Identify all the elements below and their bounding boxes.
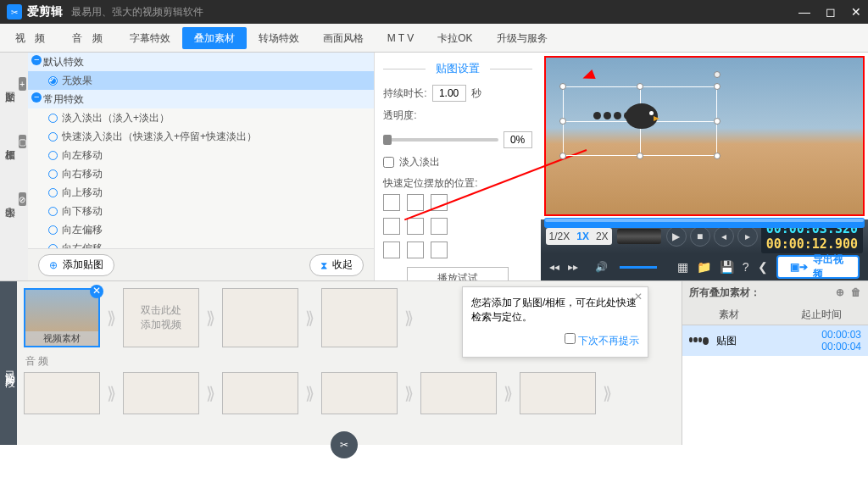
audio-clip-empty[interactable]	[123, 372, 199, 414]
pos-br[interactable]	[431, 242, 448, 258]
delete-material-icon[interactable]: 🗑	[851, 286, 861, 298]
settings-title: 贴图设置	[383, 61, 531, 76]
add-sticker-button[interactable]: +加贴图	[3, 59, 26, 108]
dont-show-checkbox[interactable]	[565, 333, 576, 344]
col-material: 素材	[682, 303, 776, 325]
remove-watermark-button[interactable]: ⊘去水印	[3, 175, 26, 224]
collapse-btn[interactable]: ⧗收起	[309, 254, 364, 276]
hint-tooltip: ✕ 您若添加了贴图/相框，可在此处快速检索与定位。 下次不再提示	[462, 286, 648, 358]
duration-input[interactable]	[432, 85, 466, 102]
timeline: 已添加片段 ✕视频素材 ⟫ 双击此处 添加视频 ⟫ ⟫ ⟫ 音 频 ⟫ ⟫ ⟫ …	[0, 280, 868, 445]
save-icon[interactable]: 💾	[720, 260, 734, 274]
share-icon[interactable]: ❮	[758, 260, 768, 274]
new-icon[interactable]: ▦	[677, 260, 688, 274]
opacity-slider[interactable]	[383, 138, 498, 142]
chevron-icon: ⟫	[305, 308, 314, 328]
sticker-settings: 贴图设置 持续时长:秒 透明度: 淡入淡出 快速定位摆放的位置: 播放试试	[375, 53, 540, 280]
position-grid	[383, 194, 531, 258]
tooltip-close-icon[interactable]: ✕	[634, 291, 643, 303]
effect-item[interactable]: 淡入淡出（淡入+淡出）	[28, 108, 374, 127]
help-icon[interactable]: ?	[743, 260, 749, 274]
frame-icon: ▢	[19, 135, 26, 148]
cut-button[interactable]: ✂	[331, 431, 358, 458]
tab-video[interactable]: 视 频	[3, 27, 60, 49]
material-name: 贴图	[716, 334, 737, 348]
volume-slider[interactable]	[620, 266, 657, 269]
opacity-value[interactable]	[504, 131, 532, 148]
effect-group-common[interactable]: 常用特效	[28, 90, 374, 108]
materials-panel: 所有叠加素材： ⊕ 🗑 素材起止时间 贴图 00:00:0300:00:04	[682, 281, 868, 445]
add-material-icon[interactable]: ⊕	[836, 286, 844, 298]
pos-bl[interactable]	[383, 242, 400, 258]
pos-mr[interactable]	[431, 218, 448, 235]
export-icon: ▣➔	[790, 261, 808, 273]
audio-clip-empty[interactable]	[222, 372, 298, 414]
opacity-label: 透明度:	[383, 108, 531, 123]
effect-item[interactable]: 向上移动	[28, 183, 374, 202]
fade-checkbox[interactable]	[383, 157, 394, 168]
tab-upgrade[interactable]: 升级与服务	[485, 27, 559, 49]
tab-style[interactable]: 画面风格	[311, 27, 376, 49]
clip-empty[interactable]: 双击此处 添加视频	[123, 288, 199, 347]
stop-button[interactable]: ■	[690, 226, 710, 247]
open-icon[interactable]: 📁	[697, 260, 711, 274]
material-row[interactable]: 贴图 00:00:0300:00:04	[682, 325, 868, 356]
audio-clip-empty[interactable]	[321, 372, 398, 414]
tab-karaoke[interactable]: 卡拉OK	[426, 27, 484, 49]
volume-icon[interactable]: 🔊	[595, 261, 608, 273]
close-handle-icon[interactable]	[714, 71, 721, 78]
tab-subtitle[interactable]: 字幕特效	[118, 27, 182, 49]
collapse-icon: ⧗	[320, 259, 327, 271]
clip-1[interactable]: ✕视频素材	[24, 288, 100, 347]
tab-mtv[interactable]: M T V	[376, 27, 426, 49]
pos-ml[interactable]	[383, 218, 400, 235]
effect-item[interactable]: 向左移动	[28, 146, 374, 164]
add-sticker-btn[interactable]: ⊕添加贴图	[38, 254, 114, 276]
effect-group-default[interactable]: 默认特效	[28, 53, 374, 71]
maximize-button[interactable]: ◻	[826, 5, 836, 19]
export-button[interactable]: ▣➔导出视频	[776, 255, 860, 279]
effect-item[interactable]: 向左偏移	[28, 220, 374, 239]
tooltip-text: 您若添加了贴图/相框，可在此处快速检索与定位。	[471, 296, 639, 325]
seek-bar[interactable]	[544, 218, 865, 228]
next-frame-button[interactable]: ▸	[737, 226, 758, 247]
minimize-button[interactable]: —	[798, 5, 810, 19]
effect-item[interactable]: 向下移动	[28, 202, 374, 220]
audio-clip-empty[interactable]	[420, 372, 497, 414]
delete-clip-icon[interactable]: ✕	[90, 285, 103, 298]
jog-wheel[interactable]	[617, 229, 661, 244]
clip-empty[interactable]	[222, 288, 298, 347]
close-button[interactable]: ✕	[851, 5, 861, 19]
prev-frame-button[interactable]: ◂	[714, 226, 734, 247]
forward-button[interactable]: ▸▸	[568, 261, 578, 273]
tab-transition[interactable]: 转场特效	[247, 27, 311, 49]
rewind-button[interactable]: ◂◂	[549, 261, 559, 273]
chevron-icon: ⟫	[504, 383, 513, 403]
bird-sticker[interactable]	[626, 103, 658, 129]
effect-item[interactable]: 向右移动	[28, 164, 374, 183]
audio-clip-empty[interactable]	[520, 372, 596, 414]
audio-clip-empty[interactable]	[24, 372, 100, 414]
effect-item-none[interactable]: 无效果	[28, 71, 374, 90]
timeline-tab: 已添加片段	[0, 281, 17, 445]
pos-bc[interactable]	[407, 242, 424, 258]
speed-toggle[interactable]: 1/2X1X2X	[546, 228, 612, 245]
preview-canvas[interactable]	[544, 56, 865, 216]
effect-item[interactable]: 向右偏移	[28, 239, 374, 248]
pos-tc[interactable]	[407, 194, 424, 211]
pos-mc[interactable]	[407, 218, 424, 235]
clip-empty[interactable]	[321, 288, 398, 347]
chevron-icon: ⟫	[206, 383, 215, 403]
chevron-icon: ⟫	[305, 383, 314, 403]
effects-panel: 默认特效 无效果 常用特效 淡入淡出（淡入+淡出） 快速淡入淡出（快速淡入+停留…	[28, 53, 375, 280]
total-time: 00:00:12.900	[766, 236, 858, 252]
add-frame-button[interactable]: ▢加相框	[3, 117, 26, 166]
plus-icon: +	[19, 77, 26, 91]
chevron-icon: ⟫	[404, 308, 414, 328]
play-button[interactable]: ▶	[666, 226, 687, 247]
effect-item[interactable]: 快速淡入淡出（快速淡入+停留+快速淡出）	[28, 127, 374, 146]
duration-label: 持续时长:	[383, 86, 426, 101]
tab-audio[interactable]: 音 频	[60, 27, 117, 49]
tab-overlay[interactable]: 叠加素材	[182, 27, 247, 49]
pos-tl[interactable]	[383, 194, 400, 211]
